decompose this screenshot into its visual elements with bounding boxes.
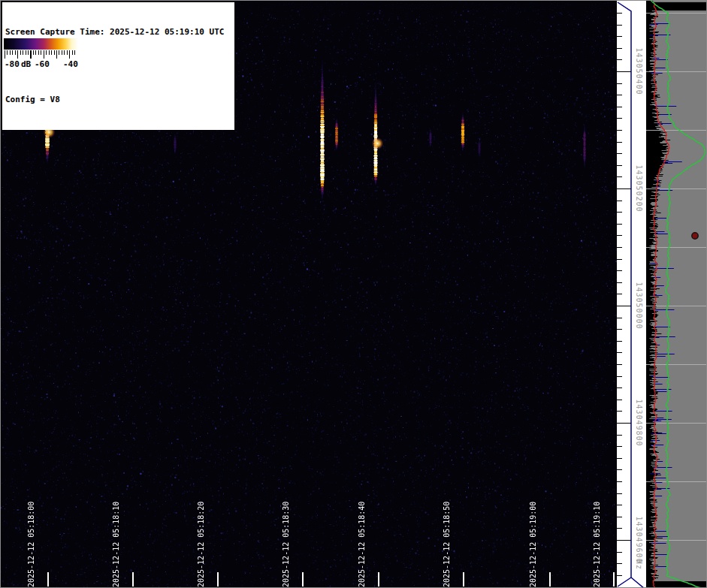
time-tick-mark — [132, 572, 134, 586]
frequency-tick-label: 143049800 — [635, 399, 643, 446]
spectrum-side-panel — [646, 1, 707, 588]
frequency-axis: 143050400 143050200 143050000 143049800 … — [617, 1, 646, 588]
time-tick-label: 2025-12-12 05:18:10 — [111, 499, 121, 587]
spectrum-traces-canvas — [646, 1, 707, 588]
time-tick-label: 2025-12-12 05:18:00 — [26, 499, 36, 587]
time-tick-label: 2025-12-12 05:18:20 — [196, 499, 206, 587]
capture-time-text: Screen Capture Time: 2025-12-12 05:19:10… — [5, 26, 232, 38]
config-readout-text: Config = V8 — [5, 94, 232, 105]
frequency-tick-label: 143050400 — [635, 47, 643, 95]
time-tick-mark — [463, 572, 464, 586]
colormap-legend: -80 dB -60 -40 — [3, 37, 80, 73]
legend-label-max: -40 — [63, 59, 78, 69]
spectrogram-app-window: Screen Capture Time: 2025-12-12 05:19:10… — [0, 0, 707, 588]
time-tick-label: 2025-12-12 05:18:50 — [442, 499, 452, 587]
time-tick-mark — [549, 572, 551, 586]
frequency-tick-label: 143050000 — [635, 282, 643, 329]
frequency-tick-label: 143050200 — [635, 164, 643, 212]
legend-label-mid: -60 — [35, 59, 50, 69]
frequency-unit-label: Hz — [635, 559, 643, 570]
time-tick-label: 2025-12-12 05:19:10 — [592, 499, 602, 587]
frequency-tick-label: 143049600 — [635, 516, 643, 563]
legend-label-unit: dB — [21, 59, 31, 69]
colormap-gradient-bar — [4, 38, 78, 50]
time-tick-label: 2025-12-12 05:18:30 — [281, 499, 291, 587]
legend-label-min: -80 — [5, 59, 20, 69]
time-tick-mark — [302, 572, 304, 586]
time-tick-mark — [47, 572, 49, 586]
time-tick-mark — [613, 572, 615, 586]
time-tick-label: 2025-12-12 05:19:00 — [528, 499, 538, 587]
time-tick-label: 2025-12-12 05:18:40 — [357, 499, 367, 587]
time-tick-mark — [217, 572, 219, 586]
legend-labels: -80 dB -60 -40 — [3, 59, 80, 71]
legend-major-ticks — [5, 50, 77, 59]
time-tick-mark — [378, 572, 379, 586]
